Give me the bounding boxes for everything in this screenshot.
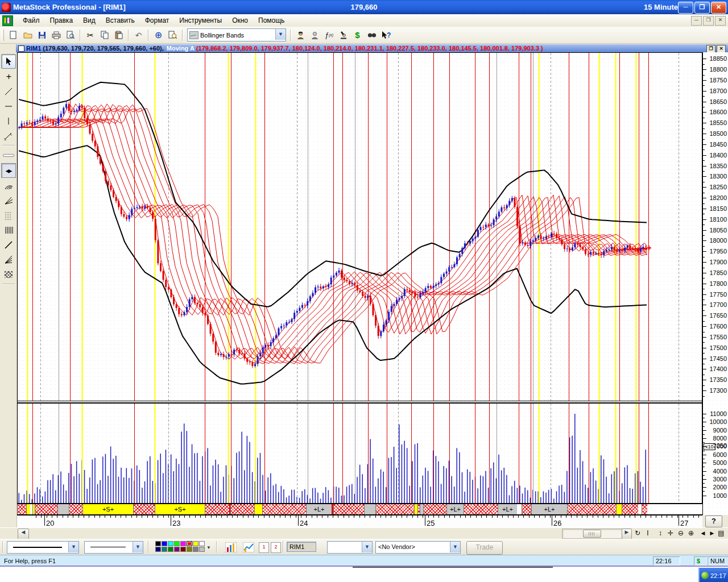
scroll-right-button[interactable]: ▶ xyxy=(622,529,632,539)
vertical-scale-icon[interactable]: ↕ xyxy=(655,528,665,538)
stop-limit-line-tool[interactable]: SL xyxy=(2,129,15,143)
symbol-field[interactable]: RIM1 xyxy=(287,542,316,552)
pointer-tool[interactable] xyxy=(1,54,16,69)
vendor-combobox[interactable]: <No Vendor> ▼ xyxy=(375,541,461,554)
pane-close-button[interactable]: ✕ xyxy=(717,45,726,52)
pane-restore-button[interactable]: ❐ xyxy=(706,45,715,52)
indicator-builder-button[interactable]: ƒ(x) xyxy=(322,29,336,41)
color-dropdown-arrow[interactable]: ▼ xyxy=(206,545,211,550)
refresh-icon[interactable]: ↻ xyxy=(632,528,643,538)
indicator-combobox[interactable]: Bollinger Bands ▼ xyxy=(187,28,286,41)
downloader-button[interactable]: $ xyxy=(351,29,364,41)
menu-item-3[interactable]: Вид xyxy=(78,15,101,26)
pan-icon[interactable]: ✛ xyxy=(665,528,676,538)
line-style-combobox[interactable]: ▼ xyxy=(7,541,79,554)
period-combobox[interactable]: ▼ xyxy=(327,541,373,554)
restore-button[interactable]: ❐ xyxy=(694,2,710,14)
menu-item-2[interactable]: Правка xyxy=(45,15,78,26)
chart-style-button[interactable] xyxy=(241,541,256,554)
expert-advisor-button[interactable] xyxy=(294,29,307,41)
fibonacci-fan-tool[interactable] xyxy=(2,194,15,207)
close-button[interactable]: ✕ xyxy=(711,2,726,14)
color-swatch-ffff00[interactable] xyxy=(193,541,198,546)
color-swatch-000000[interactable] xyxy=(155,541,161,546)
scrollbar-thumb[interactable] xyxy=(583,530,601,538)
trendline-up-tool[interactable] xyxy=(2,238,15,252)
color-swatch-00ff00[interactable] xyxy=(174,541,180,546)
horizontal-line-tool[interactable] xyxy=(2,99,15,113)
line-weight-combobox[interactable]: ▼ xyxy=(84,541,143,554)
color-swatch-c0c0c0[interactable] xyxy=(199,547,205,552)
center-crosshair-button[interactable]: ⊕ xyxy=(152,29,165,41)
trendline-tool[interactable] xyxy=(2,85,15,98)
menu-item-8[interactable]: Помощь xyxy=(253,15,289,26)
layout-2-button[interactable]: 2 xyxy=(271,542,281,553)
zoom-page-button[interactable] xyxy=(166,29,179,41)
color-swatch-800080[interactable] xyxy=(174,547,180,552)
chart-window-icon[interactable] xyxy=(2,15,13,26)
mdi-minimize-button[interactable]: ─ xyxy=(691,16,702,26)
expert-commentary-button[interactable] xyxy=(308,29,321,41)
chart-help-button[interactable]: ? xyxy=(705,516,722,527)
cut-button[interactable]: ✂ xyxy=(84,29,97,41)
context-help-button[interactable]: ? xyxy=(379,29,392,41)
price-volume-axis[interactable]: 1885018800187501870018650186001855018500… xyxy=(702,52,728,515)
color-swatch-0000ff[interactable] xyxy=(162,541,167,546)
copy-button[interactable] xyxy=(98,29,111,41)
mdi-restore-button[interactable]: ❐ xyxy=(703,16,714,26)
layout-icon[interactable]: ▤ xyxy=(716,528,726,538)
color-swatch-ff00ff[interactable] xyxy=(180,541,186,546)
scroll-arrows-tool[interactable]: ◂▸ xyxy=(1,163,16,178)
color-swatch-00ffff[interactable] xyxy=(168,541,173,546)
fibonacci-arcs-tool[interactable] xyxy=(2,179,15,193)
vendor-dropdown-arrow[interactable]: ▼ xyxy=(450,542,460,552)
explorer-button[interactable] xyxy=(337,29,350,41)
menu-item-1[interactable]: Файл xyxy=(18,15,45,26)
tray-app-icon[interactable] xyxy=(701,572,709,579)
date-axis[interactable]: 202324252627 xyxy=(17,515,702,528)
toolbar-grip[interactable] xyxy=(1,30,4,41)
zoom-in-icon[interactable]: ⊕ xyxy=(686,528,696,538)
horizontal-scrollbar[interactable] xyxy=(562,529,622,539)
indicator-dropdown-arrow[interactable]: ▼ xyxy=(275,29,286,40)
save-button[interactable] xyxy=(35,29,48,41)
line-style-dropdown-arrow[interactable]: ▼ xyxy=(68,542,78,552)
color-swatch-008000[interactable] xyxy=(168,547,173,552)
color-swatch-ffffff[interactable] xyxy=(199,541,205,546)
menu-item-7[interactable]: Окно xyxy=(227,15,253,26)
line-weight-dropdown-arrow[interactable]: ▼ xyxy=(133,542,143,552)
print-preview-button[interactable] xyxy=(64,29,77,41)
vertical-line-tool[interactable] xyxy=(2,114,15,128)
price-volume-chart-canvas[interactable] xyxy=(17,52,702,505)
fibonacci-retracement-tool[interactable] xyxy=(2,209,15,222)
print-button[interactable] xyxy=(49,29,63,41)
gann-fan-tool[interactable] xyxy=(2,253,15,267)
menu-item-6[interactable]: Инструменты xyxy=(174,15,227,26)
color-swatch-800000[interactable] xyxy=(180,547,186,552)
minimize-button[interactable]: ─ xyxy=(678,2,693,14)
scroll-left-button[interactable]: ◀ xyxy=(18,529,29,539)
color-swatch-000080[interactable] xyxy=(155,547,161,552)
crosshair-cursor-icon[interactable]: I xyxy=(643,528,653,538)
period-dropdown-arrow[interactable]: ▼ xyxy=(362,542,372,552)
undo-button[interactable]: ↶ xyxy=(132,29,145,41)
trade-button[interactable]: Trade xyxy=(466,541,503,555)
color-swatch-808000[interactable] xyxy=(187,547,192,552)
mdi-close-button[interactable]: ✕ xyxy=(715,16,726,26)
menu-item-5[interactable]: Формат xyxy=(140,15,175,26)
paste-button[interactable] xyxy=(112,29,125,41)
color-swatch-008080[interactable] xyxy=(162,547,167,552)
crosshatch-tool[interactable] xyxy=(2,268,15,281)
color-swatch-808080[interactable] xyxy=(193,547,198,552)
find-symbol-button[interactable] xyxy=(365,29,378,41)
zoom-out-icon[interactable]: ⊖ xyxy=(676,528,686,538)
new-document-button[interactable] xyxy=(7,29,20,41)
color-swatch-ff0000[interactable] xyxy=(187,541,192,546)
new-chart-button[interactable] xyxy=(224,541,238,554)
layout-1-button[interactable]: 1 xyxy=(259,542,269,553)
open-file-button[interactable] xyxy=(21,29,34,41)
menu-item-4[interactable]: Вставить xyxy=(101,15,140,26)
fibonacci-timezones-tool[interactable] xyxy=(2,223,15,237)
crosshair-tool[interactable]: + xyxy=(2,70,15,84)
period-slider[interactable] xyxy=(2,148,15,162)
